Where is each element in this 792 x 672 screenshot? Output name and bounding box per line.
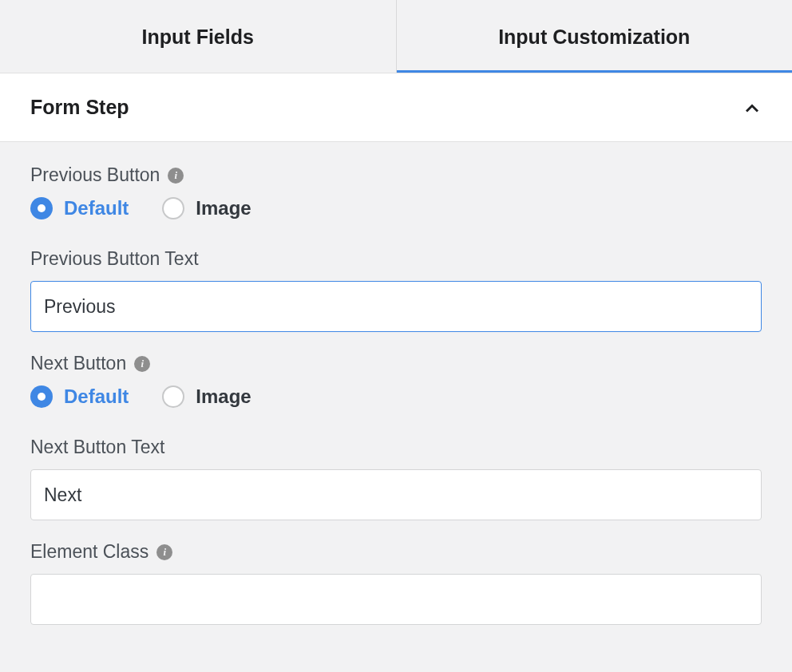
section-title: Form Step xyxy=(30,96,129,119)
next-button-text-input[interactable] xyxy=(30,469,762,520)
tab-input-customization[interactable]: Input Customization xyxy=(397,0,793,73)
radio-label: Image xyxy=(196,197,251,219)
section-content: Previous Button i Default Image Previous… xyxy=(0,142,792,657)
tab-input-fields[interactable]: Input Fields xyxy=(0,0,396,73)
previous-button-text-input[interactable] xyxy=(30,281,762,332)
radio-dot-icon xyxy=(162,385,184,408)
info-icon[interactable]: i xyxy=(156,544,172,560)
field-next-button-text: Next Button Text xyxy=(30,432,762,520)
tab-label: Input Customization xyxy=(498,26,690,48)
field-element-class: Element Class i xyxy=(30,536,762,625)
radio-dot-icon xyxy=(30,385,53,408)
tab-label: Input Fields xyxy=(142,26,254,48)
radio-previous-image[interactable]: Image xyxy=(162,197,251,219)
info-icon[interactable]: i xyxy=(134,356,150,372)
field-label: Previous Button xyxy=(30,164,160,186)
radio-label: Default xyxy=(64,385,129,408)
tabs-container: Input Fields Input Customization xyxy=(0,0,792,73)
info-icon[interactable]: i xyxy=(168,168,184,184)
field-label: Previous Button Text xyxy=(30,248,199,270)
radio-next-default[interactable]: Default xyxy=(30,385,129,408)
radio-dot-icon xyxy=(30,197,53,219)
field-label: Next Button xyxy=(30,353,126,374)
radio-label: Default xyxy=(64,197,129,219)
field-label: Next Button Text xyxy=(30,437,164,458)
radio-previous-default[interactable]: Default xyxy=(30,197,129,219)
radio-dot-icon xyxy=(162,197,184,219)
section-header-form-step[interactable]: Form Step xyxy=(0,73,792,142)
element-class-input[interactable] xyxy=(30,574,762,625)
field-label: Element Class xyxy=(30,541,148,563)
field-next-button: Next Button i Default Image xyxy=(30,348,762,408)
radio-group-next-button: Default Image xyxy=(30,385,762,408)
chevron-up-icon xyxy=(742,98,762,117)
radio-label: Image xyxy=(196,385,251,408)
field-previous-button-text: Previous Button Text xyxy=(30,243,762,332)
field-previous-button: Previous Button i Default Image xyxy=(30,160,762,219)
radio-group-previous-button: Default Image xyxy=(30,197,762,219)
radio-next-image[interactable]: Image xyxy=(162,385,251,408)
